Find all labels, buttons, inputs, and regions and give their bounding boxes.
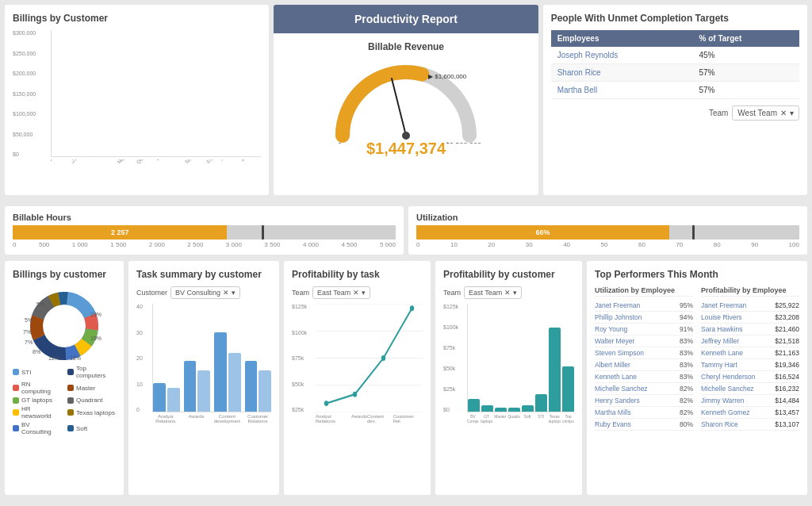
perf-prof-11: Sharon Rice$13,107 — [701, 419, 799, 431]
legend-sti: STI — [13, 365, 61, 379]
task-summary-panel: Task summary by customer Customer BV Con… — [128, 261, 279, 495]
profitability-task-title: Profitability by task — [292, 269, 423, 280]
employee-name-3: Martha Bell — [551, 82, 693, 99]
completion-row-2: Sharon Rice 57% — [551, 64, 799, 82]
team-chip-task[interactable]: East Team ✕ ▾ — [312, 286, 370, 299]
billable-hours-labels: 0 500 1 000 1 500 2 000 2 500 3 000 3 50… — [13, 241, 396, 248]
legend-gt-laptops: GT laptops — [13, 397, 61, 404]
close-icon[interactable]: ✕ — [223, 289, 229, 297]
perf-util-10: Martha Mills82% — [595, 407, 693, 419]
perf-prof-6: Tammy Hart$19,346 — [701, 359, 799, 371]
team-value: West Team — [737, 109, 777, 117]
x-label-3: Adv newsworld — [94, 159, 113, 173]
team-chip-cust[interactable]: East Team ✕ ▾ — [464, 286, 522, 299]
svg-text:8%: 8% — [33, 349, 40, 355]
utilization-labels: 0 10 20 30 40 50 60 70 80 90 100 — [416, 241, 799, 248]
team-label-cust: Team — [443, 289, 461, 297]
profitability-customer-title: Profitability by customer — [443, 269, 574, 280]
bar-blue-customer — [245, 361, 258, 412]
productivity-header: Productivity Report — [274, 5, 538, 33]
bar-lblue-content — [228, 353, 241, 412]
y-label-200k: $200,000 — [13, 71, 48, 76]
perf-prof-7: Cheryl Henderson$16,524 — [701, 371, 799, 383]
x-label-1: BV Computing — [51, 159, 70, 173]
bar-group-analyst — [153, 304, 180, 412]
svg-text:7%: 7% — [25, 339, 33, 345]
chevron-down-icon[interactable]: ▾ — [790, 109, 794, 117]
svg-text:5%: 5% — [36, 301, 44, 307]
utilization-marker — [692, 225, 695, 240]
profitability-col: Profitability by Employee Janet Freeman$… — [701, 286, 799, 431]
employee-pct-2: 57% — [693, 64, 800, 82]
svg-text:$2,500,000: $2,500,000 — [446, 141, 481, 144]
utilization-title: Utilization — [416, 213, 799, 222]
bar-group-content — [214, 304, 241, 412]
employee-name-1: Joseph Reynolds — [551, 47, 693, 64]
perf-util-4: Walter Meyer83% — [595, 335, 693, 347]
svg-point-16 — [47, 309, 82, 343]
close-icon[interactable]: ✕ — [353, 289, 359, 297]
chevron-down-icon[interactable]: ▾ — [513, 289, 517, 297]
x-label-10: Top computers — [242, 159, 261, 173]
chevron-down-icon[interactable]: ▾ — [362, 289, 366, 297]
team-label: Team — [709, 109, 728, 117]
pbar-bv — [468, 399, 480, 412]
perf-util-1: Janet Freeman95% — [595, 300, 693, 312]
perf-prof-9: Jimmy Warren$14,484 — [701, 395, 799, 407]
employee-pct-3: 57% — [693, 82, 800, 99]
profitability-task-svg — [316, 304, 423, 412]
completion-targets-panel: People With Unmet Completion Targets Emp… — [543, 5, 807, 195]
customer-filter-chip[interactable]: BV Consulting ✕ ▾ — [170, 286, 240, 299]
billings-by-customer-panel: Billings by Customer $0 $50,000 $100,000… — [5, 5, 269, 195]
perf-util-11: Ruby Evans80% — [595, 419, 693, 431]
donut-legend: STI Top computers RN computing Master GT… — [13, 365, 116, 435]
bar-lblue-analyst — [167, 388, 180, 412]
top-performers-panel: Top Performers This Month Utilization by… — [587, 261, 807, 495]
close-icon[interactable]: ✕ — [504, 289, 511, 297]
legend-quadrant: Quadrant — [67, 397, 116, 404]
perf-prof-3: Sara Hawkins$21,460 — [701, 324, 799, 335]
x-label-5: Quadrant — [136, 159, 155, 173]
x-task-2: Awards — [183, 414, 210, 427]
col-employees: Employees — [551, 30, 693, 47]
x-task-3: Content development — [214, 414, 241, 427]
profitability-customer-panel: Profitability by customer Team East Team… — [435, 261, 582, 495]
svg-text:0: 0 — [338, 141, 342, 144]
x-label-7: Soft — [184, 159, 197, 173]
x-label-8: STI — [205, 159, 219, 173]
completion-row-3: Martha Bell 57% — [551, 82, 799, 99]
svg-text:12%: 12% — [48, 355, 59, 361]
utilization-panel: Utilization 66% 0 10 20 30 40 50 60 70 8… — [408, 206, 807, 255]
legend-rn-computing: RN computing — [13, 381, 61, 395]
profitability-bars — [467, 304, 574, 412]
pbar-top — [562, 366, 574, 412]
profitability-task-chart: $25k $50k $75k $100k $125k — [292, 304, 423, 427]
perf-util-9: Henry Sanders82% — [595, 395, 693, 407]
pbar-quadrant — [508, 408, 520, 412]
row3: Billings by customer — [5, 261, 807, 495]
gauge-title: Billable Revenue — [368, 41, 444, 52]
close-icon[interactable]: ✕ — [780, 109, 787, 117]
perf-prof-8: Michelle Sanchez$16,232 — [701, 383, 799, 395]
team-label-task: Team — [292, 289, 309, 297]
productivity-panel: Productivity Report Billable Revenue 0 — [274, 5, 538, 195]
performers-grid: Utilization by Employee Janet Freeman95%… — [595, 286, 799, 431]
pbar-sti — [535, 394, 547, 412]
pbar-texas — [549, 328, 561, 412]
billable-hours-track: 2 257 — [13, 225, 396, 240]
profitability-customer-filter: Team East Team ✕ ▾ — [443, 286, 574, 299]
x-task-4: Customer Relations — [244, 414, 271, 427]
y-label-50k: $50,000 — [13, 132, 48, 137]
dashboard: Billings by Customer $0 $50,000 $100,000… — [0, 0, 812, 506]
x-task-1: Analyst Relations — [152, 414, 179, 427]
svg-text:7%: 7% — [23, 329, 31, 335]
x-label-6: RN computing — [157, 159, 176, 173]
team-value-task: East Team — [317, 289, 350, 297]
perf-prof-1: Janet Freeman$25,922 — [701, 300, 799, 312]
billings-chart-title: Billings by Customer — [13, 13, 261, 24]
perf-prof-2: Louise Rivers$23,208 — [701, 312, 799, 324]
perf-prof-10: Kenneth Gomez$13,457 — [701, 407, 799, 419]
team-dropdown[interactable]: West Team ✕ ▾ — [732, 105, 799, 121]
billable-hours-marker — [262, 225, 264, 240]
chevron-down-icon[interactable]: ▾ — [232, 289, 236, 297]
